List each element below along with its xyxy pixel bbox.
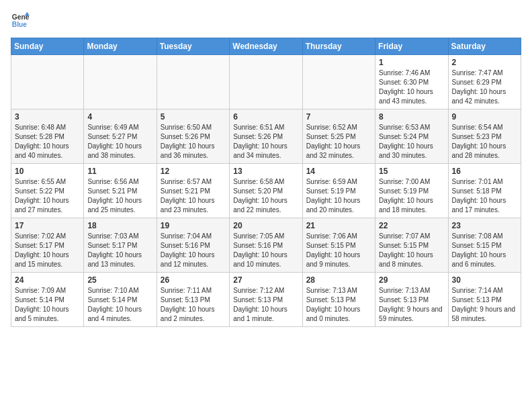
day-info: Sunrise: 7:11 AM Sunset: 5:13 PM Dayligh… — [161, 286, 226, 324]
day-info: Sunrise: 7:14 AM Sunset: 5:13 PM Dayligh… — [452, 286, 517, 324]
calendar-body: 1Sunrise: 7:46 AM Sunset: 6:30 PM Daylig… — [11, 55, 521, 327]
day-number: 10 — [15, 167, 80, 176]
day-cell-12: 12Sunrise: 6:57 AM Sunset: 5:21 PM Dayli… — [157, 164, 229, 218]
page-header: General Blue — [11, 11, 521, 30]
day-number: 11 — [87, 167, 152, 176]
day-number: 29 — [379, 275, 444, 285]
day-cell-30: 30Sunrise: 7:14 AM Sunset: 5:13 PM Dayli… — [448, 273, 521, 327]
calendar-table: SundayMondayTuesdayWednesdayThursdayFrid… — [11, 38, 521, 327]
day-info: Sunrise: 7:08 AM Sunset: 5:15 PM Dayligh… — [452, 232, 517, 269]
day-cell-26: 26Sunrise: 7:11 AM Sunset: 5:13 PM Dayli… — [157, 273, 229, 327]
day-cell-23: 23Sunrise: 7:08 AM Sunset: 5:15 PM Dayli… — [448, 218, 521, 273]
day-number: 3 — [15, 112, 80, 122]
day-number: 4 — [87, 112, 152, 122]
day-cell-9: 9Sunrise: 6:54 AM Sunset: 5:23 PM Daylig… — [448, 109, 521, 164]
day-info: Sunrise: 7:03 AM Sunset: 5:17 PM Dayligh… — [87, 232, 152, 269]
day-cell-19: 19Sunrise: 7:04 AM Sunset: 5:16 PM Dayli… — [157, 218, 229, 273]
day-cell-20: 20Sunrise: 7:05 AM Sunset: 5:16 PM Dayli… — [230, 218, 302, 273]
day-info: Sunrise: 6:58 AM Sunset: 5:20 PM Dayligh… — [233, 177, 298, 215]
day-cell-5: 5Sunrise: 6:50 AM Sunset: 5:26 PM Daylig… — [157, 109, 229, 164]
day-number: 25 — [87, 275, 152, 285]
logo: General Blue — [11, 11, 30, 30]
day-cell-24: 24Sunrise: 7:09 AM Sunset: 5:14 PM Dayli… — [11, 273, 84, 327]
day-cell-16: 16Sunrise: 7:01 AM Sunset: 5:18 PM Dayli… — [448, 164, 521, 218]
day-info: Sunrise: 7:46 AM Sunset: 6:30 PM Dayligh… — [379, 68, 444, 106]
day-info: Sunrise: 6:55 AM Sunset: 5:22 PM Dayligh… — [15, 177, 80, 215]
calendar-header: SundayMondayTuesdayWednesdayThursdayFrid… — [11, 38, 521, 55]
week-row-2: 3Sunrise: 6:48 AM Sunset: 5:28 PM Daylig… — [11, 109, 521, 164]
day-info: Sunrise: 7:47 AM Sunset: 6:29 PM Dayligh… — [452, 68, 517, 106]
day-cell-14: 14Sunrise: 6:59 AM Sunset: 5:19 PM Dayli… — [302, 164, 375, 218]
day-number: 26 — [161, 275, 226, 285]
day-info: Sunrise: 7:09 AM Sunset: 5:14 PM Dayligh… — [15, 286, 80, 324]
day-number: 9 — [452, 112, 517, 122]
day-info: Sunrise: 7:13 AM Sunset: 5:13 PM Dayligh… — [306, 286, 371, 324]
day-cell-21: 21Sunrise: 7:06 AM Sunset: 5:15 PM Dayli… — [302, 218, 375, 273]
day-info: Sunrise: 7:06 AM Sunset: 5:15 PM Dayligh… — [306, 232, 371, 269]
day-number: 27 — [233, 275, 298, 285]
day-number: 14 — [306, 167, 371, 176]
day-info: Sunrise: 6:53 AM Sunset: 5:24 PM Dayligh… — [379, 123, 444, 161]
day-number: 19 — [161, 221, 226, 230]
week-row-4: 17Sunrise: 7:02 AM Sunset: 5:17 PM Dayli… — [11, 218, 521, 273]
day-number: 7 — [306, 112, 371, 122]
day-number: 2 — [452, 58, 517, 67]
day-info: Sunrise: 7:05 AM Sunset: 5:16 PM Dayligh… — [233, 232, 298, 269]
day-number: 20 — [233, 221, 298, 230]
day-info: Sunrise: 6:54 AM Sunset: 5:23 PM Dayligh… — [452, 123, 517, 161]
day-number: 21 — [306, 221, 371, 230]
empty-cell — [84, 55, 157, 109]
day-cell-28: 28Sunrise: 7:13 AM Sunset: 5:13 PM Dayli… — [302, 273, 375, 327]
day-number: 17 — [15, 221, 80, 230]
day-cell-1: 1Sunrise: 7:46 AM Sunset: 6:30 PM Daylig… — [375, 55, 448, 109]
day-number: 23 — [452, 221, 517, 230]
day-cell-8: 8Sunrise: 6:53 AM Sunset: 5:24 PM Daylig… — [375, 109, 448, 164]
empty-cell — [11, 55, 84, 109]
day-info: Sunrise: 6:57 AM Sunset: 5:21 PM Dayligh… — [161, 177, 226, 215]
day-number: 8 — [379, 112, 444, 122]
weekday-header-thursday: Thursday — [302, 38, 375, 55]
day-number: 24 — [15, 275, 80, 285]
day-info: Sunrise: 6:50 AM Sunset: 5:26 PM Dayligh… — [161, 123, 226, 161]
day-number: 30 — [452, 275, 517, 285]
day-cell-27: 27Sunrise: 7:12 AM Sunset: 5:13 PM Dayli… — [230, 273, 302, 327]
day-number: 5 — [161, 112, 226, 122]
week-row-5: 24Sunrise: 7:09 AM Sunset: 5:14 PM Dayli… — [11, 273, 521, 327]
day-info: Sunrise: 6:59 AM Sunset: 5:19 PM Dayligh… — [306, 177, 371, 215]
weekday-header-monday: Monday — [84, 38, 157, 55]
day-info: Sunrise: 7:10 AM Sunset: 5:14 PM Dayligh… — [87, 286, 152, 324]
day-info: Sunrise: 7:07 AM Sunset: 5:15 PM Dayligh… — [379, 232, 444, 269]
day-info: Sunrise: 7:00 AM Sunset: 5:19 PM Dayligh… — [379, 177, 444, 215]
empty-cell — [230, 55, 302, 109]
week-row-3: 10Sunrise: 6:55 AM Sunset: 5:22 PM Dayli… — [11, 164, 521, 218]
day-number: 16 — [452, 167, 517, 176]
day-info: Sunrise: 6:49 AM Sunset: 5:27 PM Dayligh… — [87, 123, 152, 161]
day-cell-4: 4Sunrise: 6:49 AM Sunset: 5:27 PM Daylig… — [84, 109, 157, 164]
day-info: Sunrise: 7:12 AM Sunset: 5:13 PM Dayligh… — [233, 286, 298, 324]
day-number: 1 — [379, 58, 444, 67]
svg-text:Blue: Blue — [12, 21, 28, 28]
weekday-header-friday: Friday — [375, 38, 448, 55]
day-cell-29: 29Sunrise: 7:13 AM Sunset: 5:13 PM Dayli… — [375, 273, 448, 327]
logo-icon: General Blue — [11, 11, 30, 30]
day-number: 15 — [379, 167, 444, 176]
day-cell-11: 11Sunrise: 6:56 AM Sunset: 5:21 PM Dayli… — [84, 164, 157, 218]
weekday-header-sunday: Sunday — [11, 38, 84, 55]
day-number: 22 — [379, 221, 444, 230]
day-number: 6 — [233, 112, 298, 122]
weekday-header-tuesday: Tuesday — [157, 38, 229, 55]
day-cell-15: 15Sunrise: 7:00 AM Sunset: 5:19 PM Dayli… — [375, 164, 448, 218]
day-cell-6: 6Sunrise: 6:51 AM Sunset: 5:26 PM Daylig… — [230, 109, 302, 164]
weekday-header-row: SundayMondayTuesdayWednesdayThursdayFrid… — [11, 38, 521, 55]
weekday-header-saturday: Saturday — [448, 38, 521, 55]
day-info: Sunrise: 6:51 AM Sunset: 5:26 PM Dayligh… — [233, 123, 298, 161]
day-cell-2: 2Sunrise: 7:47 AM Sunset: 6:29 PM Daylig… — [448, 55, 521, 109]
day-info: Sunrise: 7:04 AM Sunset: 5:16 PM Dayligh… — [161, 232, 226, 269]
day-cell-17: 17Sunrise: 7:02 AM Sunset: 5:17 PM Dayli… — [11, 218, 84, 273]
day-number: 28 — [306, 275, 371, 285]
day-info: Sunrise: 6:48 AM Sunset: 5:28 PM Dayligh… — [15, 123, 80, 161]
day-info: Sunrise: 6:56 AM Sunset: 5:21 PM Dayligh… — [87, 177, 152, 215]
day-cell-13: 13Sunrise: 6:58 AM Sunset: 5:20 PM Dayli… — [230, 164, 302, 218]
day-number: 13 — [233, 167, 298, 176]
day-number: 12 — [161, 167, 226, 176]
